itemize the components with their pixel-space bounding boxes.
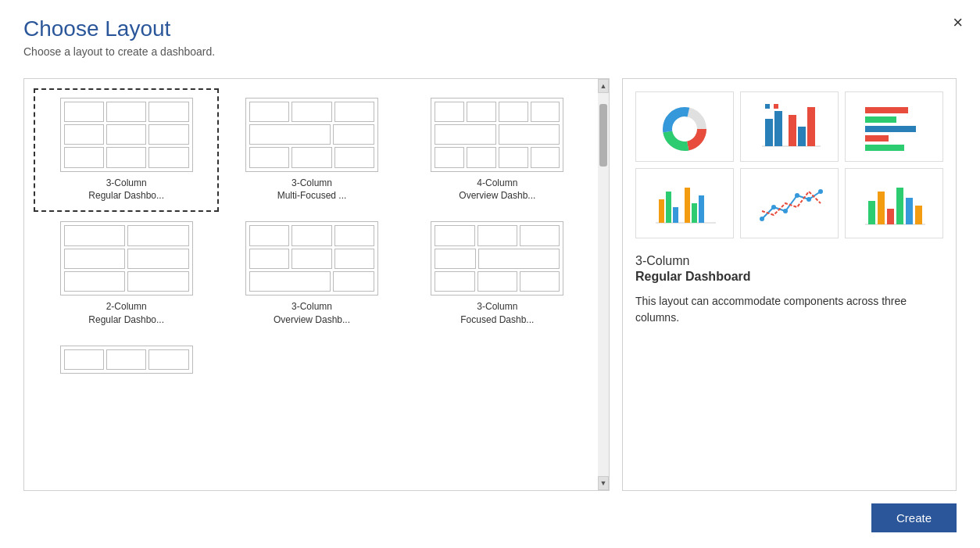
layout-preview-3col-overview <box>245 221 378 295</box>
scroll-thumb[interactable] <box>599 104 607 167</box>
layout-item-3col-focused[interactable]: 3-ColumnFocused Dashb... <box>405 212 590 336</box>
choose-layout-dialog: × Choose Layout Choose a layout to creat… <box>0 0 980 548</box>
scroll-down-arrow[interactable]: ▼ <box>598 476 609 490</box>
layout-item-4col-overview[interactable]: 4-ColumnOverview Dashb... <box>405 88 590 213</box>
layout-preview-3col-focused <box>431 221 563 295</box>
svg-rect-14 <box>865 116 896 123</box>
svg-point-25 <box>760 217 764 221</box>
layout-preview-2col-regular <box>60 221 193 295</box>
svg-rect-13 <box>865 107 908 113</box>
detail-chart-grid <box>635 91 943 238</box>
svg-rect-12 <box>774 104 778 109</box>
layout-preview-3col-regular <box>60 98 193 172</box>
svg-point-28 <box>795 193 799 198</box>
svg-rect-21 <box>673 207 678 223</box>
layout-label-3col-multifocused: 3-ColumnMulti-Focused ... <box>277 177 347 203</box>
svg-rect-8 <box>789 115 796 146</box>
chart-thumb-donut <box>635 91 734 162</box>
svg-rect-16 <box>865 135 889 141</box>
close-button[interactable]: × <box>953 14 963 31</box>
detail-panel: 3-Column Regular Dashboard This layout c… <box>622 78 957 491</box>
line-svg <box>754 176 824 231</box>
layout-label-4col-overview: 4-ColumnOverview Dashb... <box>459 177 535 203</box>
dialog-footer: Create <box>23 491 957 532</box>
dialog-body: 3-ColumnRegular Dashbo... <box>23 78 957 491</box>
scroll-up-arrow[interactable]: ▲ <box>598 79 609 93</box>
layout-label-3col-focused: 3-ColumnFocused Dashb... <box>460 300 534 327</box>
svg-rect-7 <box>774 111 782 146</box>
layout-label-3col-overview: 3-ColumnOverview Dashb... <box>274 300 350 327</box>
layout-label-3col-regular: 3-ColumnRegular Dashbo... <box>88 177 164 203</box>
detail-layout-name: 3-Column <box>635 254 943 268</box>
grouped-bar-svg <box>649 176 720 231</box>
layout-item-3col-regular[interactable]: 3-ColumnRegular Dashbo... <box>34 88 219 213</box>
scrollbar-track: ▲ ▼ <box>598 79 609 490</box>
chart-thumb-line <box>740 168 839 238</box>
detail-layout-subname: Regular Dashboard <box>635 270 943 284</box>
svg-point-26 <box>771 205 776 210</box>
svg-rect-10 <box>807 107 815 146</box>
chart-thumb-column <box>845 168 943 238</box>
layout-item-3col-multifocused[interactable]: 3-ColumnMulti-Focused ... <box>219 88 404 213</box>
create-button[interactable]: Create <box>871 503 957 532</box>
hbar-svg <box>859 99 929 154</box>
svg-point-27 <box>783 209 788 213</box>
dialog-subtitle: Choose a layout to create a dashboard. <box>23 45 957 58</box>
svg-rect-23 <box>692 203 697 223</box>
layout-item-2col-regular[interactable]: 2-ColumnRegular Dashbo... <box>34 212 219 336</box>
svg-rect-32 <box>868 201 875 224</box>
svg-rect-19 <box>659 199 664 223</box>
svg-rect-22 <box>685 188 690 223</box>
svg-rect-20 <box>666 192 671 223</box>
layout-item-partial[interactable] <box>34 336 219 383</box>
svg-rect-36 <box>906 198 913 224</box>
layout-preview-4col-overview <box>431 98 563 172</box>
svg-rect-6 <box>765 119 773 146</box>
layout-preview-partial <box>60 346 193 374</box>
svg-rect-9 <box>798 127 806 146</box>
column-svg <box>859 176 929 231</box>
layout-label-2col-regular: 2-ColumnRegular Dashbo... <box>88 300 164 327</box>
svg-rect-33 <box>878 192 885 224</box>
dialog-title: Choose Layout <box>23 16 957 42</box>
dialog-header: Choose Layout Choose a layout to create … <box>23 16 957 58</box>
chart-thumb-hbar <box>845 91 943 162</box>
svg-point-29 <box>807 197 811 202</box>
svg-rect-35 <box>896 188 903 224</box>
layout-preview-3col-multifocused <box>245 98 378 172</box>
bar-svg <box>754 99 824 154</box>
layout-item-3col-overview[interactable]: 3-ColumnOverview Dashb... <box>219 212 404 336</box>
chart-thumb-grouped-bar <box>635 168 734 238</box>
svg-rect-11 <box>765 104 770 109</box>
svg-rect-34 <box>887 209 894 224</box>
layout-list-panel: 3-ColumnRegular Dashbo... <box>23 78 610 491</box>
svg-point-4 <box>674 119 695 139</box>
svg-rect-37 <box>915 206 922 224</box>
svg-point-30 <box>818 189 823 194</box>
chart-thumb-bar <box>740 91 839 162</box>
detail-description: This layout can accommodate components a… <box>635 293 943 326</box>
svg-rect-24 <box>699 195 704 223</box>
svg-rect-17 <box>865 145 904 151</box>
svg-rect-15 <box>865 126 916 132</box>
donut-svg <box>653 99 716 154</box>
